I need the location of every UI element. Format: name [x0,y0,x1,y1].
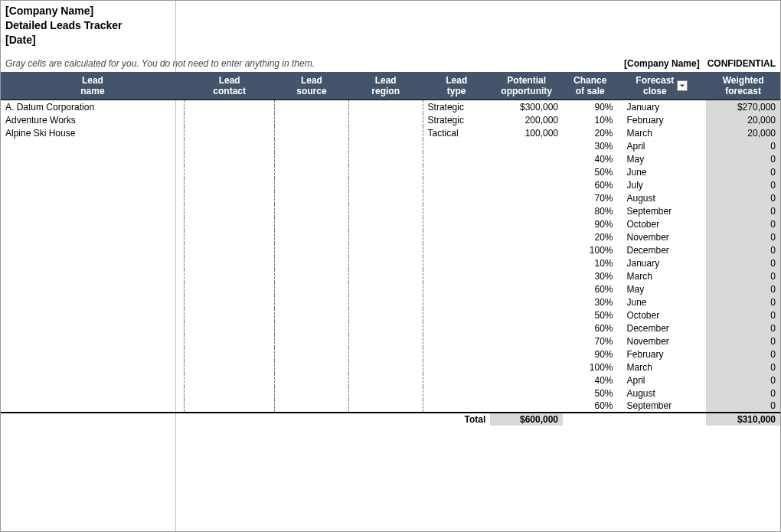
cell-weighted-forecast[interactable]: 0 [706,230,780,243]
cell-lead-type[interactable] [423,282,490,295]
cell-forecast-close[interactable]: March [618,269,707,282]
cell-lead-region[interactable] [348,295,423,308]
cell-lead-region[interactable] [348,269,423,282]
cell-weighted-forecast[interactable]: 0 [706,321,780,335]
cell-lead-name[interactable] [1,230,185,243]
cell-lead-name[interactable] [1,282,185,295]
cell-lead-region[interactable] [348,178,423,191]
cell-lead-region[interactable] [348,321,423,335]
cell-chance-of-sale[interactable]: 30% [563,269,618,282]
cell-potential-opportunity[interactable] [490,374,563,387]
cell-lead-contact[interactable] [185,243,275,256]
cell-potential-opportunity[interactable]: 200,000 [490,113,563,126]
cell-forecast-close[interactable]: February [618,113,707,126]
cell-lead-region[interactable] [348,204,423,217]
cell-potential-opportunity[interactable] [490,165,563,178]
cell-lead-contact[interactable] [185,230,275,243]
cell-weighted-forecast[interactable]: 20,000 [706,126,780,139]
cell-lead-name[interactable] [1,308,185,321]
cell-lead-region[interactable] [348,139,423,152]
cell-potential-opportunity[interactable] [490,335,563,348]
cell-lead-source[interactable] [275,178,349,191]
cell-potential-opportunity[interactable] [490,295,563,308]
cell-lead-contact[interactable] [185,191,275,204]
cell-chance-of-sale[interactable]: 40% [563,152,618,165]
cell-forecast-close[interactable]: June [618,295,707,308]
cell-lead-source[interactable] [275,217,349,230]
cell-lead-contact[interactable] [185,165,275,178]
cell-lead-type[interactable] [423,191,490,204]
cell-lead-contact[interactable] [185,178,275,191]
cell-chance-of-sale[interactable]: 60% [563,400,618,413]
cell-chance-of-sale[interactable]: 10% [563,113,618,126]
cell-lead-name[interactable] [1,361,185,374]
cell-lead-name[interactable] [1,400,185,413]
cell-forecast-close[interactable]: December [618,243,707,256]
cell-lead-region[interactable] [348,100,423,113]
cell-forecast-close[interactable]: November [618,230,707,243]
cell-lead-type[interactable]: Strategic [423,113,490,126]
cell-lead-region[interactable] [348,308,423,321]
cell-lead-source[interactable] [275,191,349,204]
forecast-close-filter-button[interactable] [677,80,688,91]
cell-lead-source[interactable] [275,269,349,282]
cell-potential-opportunity[interactable] [490,308,563,321]
cell-lead-type[interactable] [423,243,490,256]
cell-weighted-forecast[interactable]: 0 [706,256,780,269]
cell-lead-name[interactable] [1,387,185,400]
cell-forecast-close[interactable]: July [618,178,707,191]
cell-lead-name[interactable] [1,295,185,308]
cell-potential-opportunity[interactable] [490,387,563,400]
cell-lead-type[interactable] [423,256,490,269]
cell-lead-type[interactable] [423,230,490,243]
cell-lead-type[interactable]: Tactical [423,126,490,139]
cell-lead-type[interactable] [423,178,490,191]
col-header-contact[interactable]: Lead contact [185,72,275,100]
cell-lead-name[interactable] [1,139,185,152]
cell-forecast-close[interactable]: March [618,126,707,139]
cell-lead-source[interactable] [275,308,349,321]
cell-lead-region[interactable] [348,374,423,387]
cell-potential-opportunity[interactable] [490,321,563,335]
cell-lead-name[interactable] [1,204,185,217]
cell-lead-source[interactable] [275,256,349,269]
cell-potential-opportunity[interactable] [490,139,563,152]
cell-weighted-forecast[interactable]: $270,000 [706,100,780,113]
cell-lead-region[interactable] [348,243,423,256]
cell-lead-contact[interactable] [185,308,275,321]
cell-potential-opportunity[interactable] [490,348,563,361]
cell-lead-region[interactable] [348,387,423,400]
cell-lead-source[interactable] [275,335,349,348]
cell-weighted-forecast[interactable]: 0 [706,335,780,348]
cell-lead-region[interactable] [348,335,423,348]
cell-potential-opportunity[interactable] [490,204,563,217]
cell-forecast-close[interactable]: October [618,217,707,230]
cell-lead-contact[interactable] [185,321,275,335]
cell-lead-name[interactable] [1,269,185,282]
cell-lead-contact[interactable] [185,361,275,374]
cell-forecast-close[interactable]: February [618,348,707,361]
cell-chance-of-sale[interactable]: 80% [563,204,618,217]
cell-lead-contact[interactable] [185,335,275,348]
cell-weighted-forecast[interactable]: 0 [706,348,780,361]
cell-chance-of-sale[interactable]: 100% [563,243,618,256]
cell-lead-contact[interactable] [185,113,275,126]
cell-lead-region[interactable] [348,256,423,269]
cell-lead-region[interactable] [348,348,423,361]
cell-lead-region[interactable] [348,126,423,139]
cell-forecast-close[interactable]: November [618,335,707,348]
cell-lead-type[interactable] [423,361,490,374]
cell-lead-region[interactable] [348,165,423,178]
cell-potential-opportunity[interactable] [490,361,563,374]
col-header-region[interactable]: Lead region [348,72,423,100]
cell-lead-contact[interactable] [185,400,275,413]
cell-lead-source[interactable] [275,152,349,165]
cell-chance-of-sale[interactable]: 70% [563,191,618,204]
cell-lead-name[interactable] [1,374,185,387]
cell-weighted-forecast[interactable]: 0 [706,152,780,165]
cell-lead-type[interactable] [423,152,490,165]
cell-lead-contact[interactable] [185,348,275,361]
cell-lead-source[interactable] [275,282,349,295]
cell-lead-contact[interactable] [185,204,275,217]
cell-weighted-forecast[interactable]: 0 [706,217,780,230]
